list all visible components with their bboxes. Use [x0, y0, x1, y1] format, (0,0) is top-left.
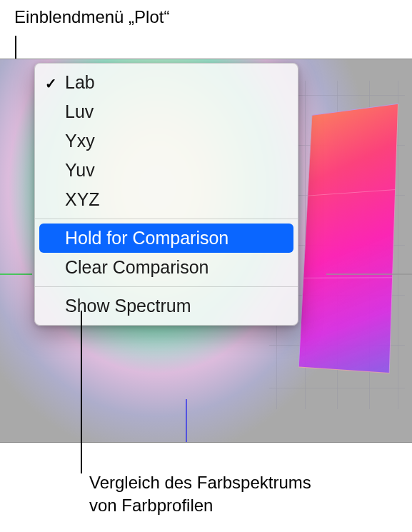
menu-item-label: Clear Comparison	[65, 257, 285, 278]
menu-item-clear-comparison[interactable]: Clear Comparison	[35, 253, 298, 282]
menu-separator	[35, 219, 298, 219]
axis-b-negative	[186, 399, 187, 442]
menu-item-label: XYZ	[65, 189, 285, 210]
callout-comparison-label: Vergleich des Farbspektrums von Farbprof…	[89, 471, 311, 518]
callout-plot-menu-label: Einblendmenü „Plot“	[14, 7, 169, 27]
gamut-3d-viewport[interactable]: ✓ Lab Luv Yxy Yuv XYZ Hold for Compariso…	[0, 59, 412, 443]
comparison-gamut-surface	[298, 104, 398, 373]
menu-item-yxy[interactable]: Yxy	[35, 126, 298, 156]
menu-item-label: Yxy	[65, 131, 285, 151]
menu-item-label: Yuv	[65, 160, 285, 181]
menu-item-label: Show Spectrum	[65, 296, 285, 316]
menu-item-label: Lab	[65, 72, 285, 93]
plot-popup-menu: ✓ Lab Luv Yxy Yuv XYZ Hold for Compariso…	[34, 63, 298, 326]
menu-separator	[35, 286, 298, 287]
axis-a-negative	[0, 273, 32, 275]
menu-item-luv[interactable]: Luv	[35, 97, 298, 126]
checkmark-icon: ✓	[45, 76, 57, 91]
menu-item-lab[interactable]: ✓ Lab	[35, 68, 298, 97]
menu-item-show-spectrum[interactable]: Show Spectrum	[35, 291, 298, 321]
menu-item-label: Hold for Comparison	[65, 228, 285, 249]
menu-item-yuv[interactable]: Yuv	[35, 156, 298, 185]
menu-item-xyz[interactable]: XYZ	[35, 185, 298, 214]
menu-item-label: Luv	[65, 101, 285, 122]
menu-item-hold-comparison[interactable]: Hold for Comparison	[39, 224, 293, 253]
axis-a-positive	[326, 273, 412, 275]
